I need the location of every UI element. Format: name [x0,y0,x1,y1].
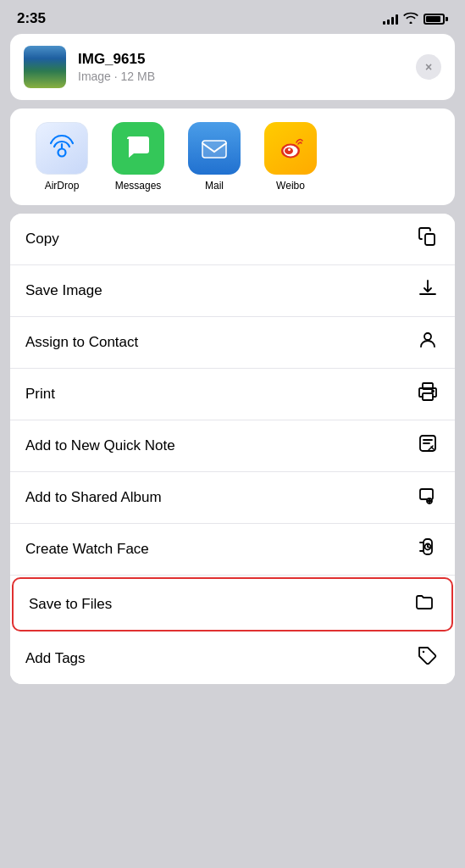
messages-label: Messages [115,180,162,192]
app-item-messages[interactable]: Messages [100,122,176,197]
share-apps-row: AirDrop Messages Mail [10,108,455,205]
action-print[interactable]: Print [10,369,455,420]
assign-contact-label: Assign to Contact [25,334,138,351]
close-button[interactable]: × [416,54,441,80]
svg-point-9 [424,333,431,340]
action-shared-album[interactable]: Add to Shared Album [10,472,455,524]
action-assign-contact[interactable]: Assign to Contact [10,317,455,369]
close-icon: × [425,61,432,73]
copy-label: Copy [25,231,59,248]
svg-rect-14 [420,489,433,499]
add-tags-icon [416,646,440,671]
action-save-image[interactable]: Save Image [10,265,455,317]
save-image-label: Save Image [25,282,102,299]
weibo-label: Weibo [276,180,305,192]
signal-icon [383,13,398,25]
app-item-airdrop[interactable]: AirDrop [24,122,100,197]
quick-note-icon [416,433,440,459]
svg-rect-11 [423,393,433,400]
svg-rect-2 [202,141,226,158]
watch-face-icon [416,537,440,562]
action-add-tags[interactable]: Add Tags [10,633,455,684]
status-time: 2:35 [17,10,46,27]
battery-icon [423,14,448,25]
svg-line-21 [428,547,429,548]
app-item-mail[interactable]: Mail [176,122,252,197]
svg-rect-8 [425,234,435,245]
mail-icon [188,122,241,175]
action-watch-face[interactable]: Create Watch Face [10,524,455,576]
svg-point-0 [58,149,66,157]
shared-album-label: Add to Shared Album [25,489,162,506]
watch-face-label: Create Watch Face [25,541,149,558]
airdrop-label: AirDrop [45,180,80,192]
shared-album-icon [416,485,440,510]
apps-list: AirDrop Messages Mail [10,122,455,197]
file-info: IMG_9615 Image · 12 MB [78,51,416,83]
app-item-weibo[interactable]: Weibo [252,122,329,197]
messages-icon [112,122,164,175]
svg-point-12 [432,391,434,392]
save-files-label: Save to Files [29,596,112,613]
weibo-icon [264,122,317,175]
action-list: Copy Save Image Assign to Contact [10,214,455,684]
action-copy[interactable]: Copy [10,214,455,265]
file-meta: Image · 12 MB [78,70,416,83]
file-name: IMG_9615 [78,51,416,68]
share-sheet: IMG_9615 Image · 12 MB × AirDrop [0,34,465,709]
action-save-files[interactable]: Save to Files [12,577,453,632]
print-icon [416,381,440,407]
assign-contact-icon [416,330,440,355]
print-label: Print [25,386,55,403]
copy-icon [416,226,440,252]
status-icons [383,12,448,26]
add-tags-label: Add Tags [25,650,86,667]
action-quick-note[interactable]: Add to New Quick Note [10,420,455,472]
save-files-icon [412,592,436,617]
file-header: IMG_9615 Image · 12 MB × [10,34,455,100]
status-bar: 2:35 [0,0,465,34]
mail-label: Mail [205,180,224,192]
airdrop-icon [36,122,88,175]
quick-note-label: Add to New Quick Note [25,437,175,454]
save-image-icon [416,278,440,303]
wifi-icon [403,12,418,26]
svg-point-7 [288,148,291,151]
file-thumbnail [24,46,66,88]
